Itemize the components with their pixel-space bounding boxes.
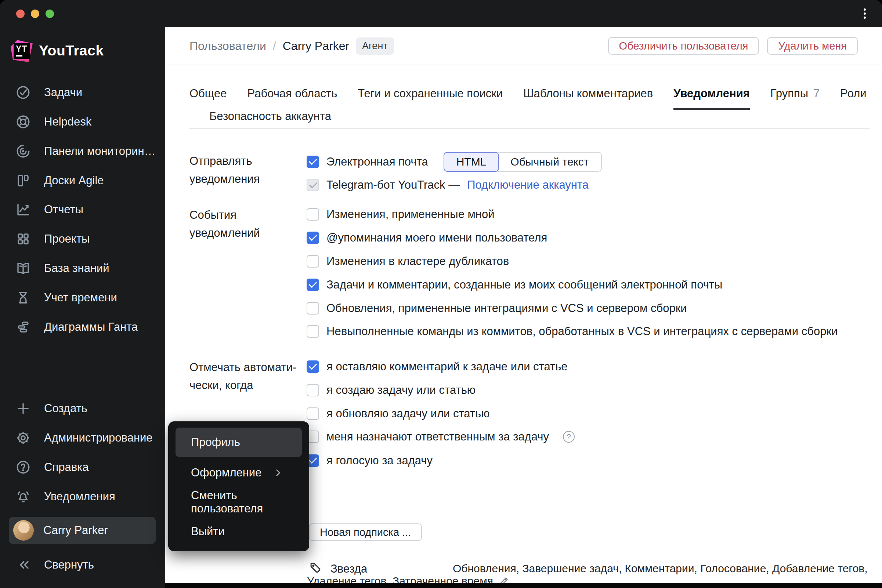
telegram-label: Telegram-бот YouTrack — <box>326 178 460 192</box>
sidebar-item-label: Уведомления <box>44 490 115 503</box>
profile-tabs: Общее Рабочая область Теги и сохраненные… <box>189 85 867 102</box>
sidebar-item-agile-boards[interactable]: Доски Agile <box>15 173 104 188</box>
user-menu-switch-user[interactable]: Сменить пользователя <box>176 488 302 517</box>
tab-workspace[interactable]: Рабочая область <box>248 85 337 102</box>
event-row: Изменения, примененные мной <box>307 208 494 221</box>
screen-cut-bar <box>165 583 882 588</box>
sidebar-item-help[interactable]: Справка <box>15 459 89 475</box>
auto-star-checkbox[interactable] <box>307 360 319 373</box>
question-circle-icon <box>15 459 31 475</box>
check-circle-icon <box>15 85 31 100</box>
window-titlebar <box>0 0 882 27</box>
chevron-right-icon <box>272 467 284 478</box>
user-menu-appearance[interactable]: Оформление <box>176 458 302 488</box>
line-chart-icon <box>15 202 31 217</box>
plus-icon <box>15 401 31 416</box>
format-plaintext-option[interactable]: Обычный текст <box>498 153 601 171</box>
user-menu-profile[interactable]: Профиль <box>176 428 302 457</box>
gantt-icon <box>15 320 31 335</box>
section-label-events: События уведомлений <box>189 206 260 242</box>
header-actions: Обезличить пользователя Удалить меня <box>608 37 858 55</box>
event-checkbox[interactable] <box>307 208 319 220</box>
auto-star-row: я создаю задачу или статью <box>307 384 476 397</box>
auto-star-row: я голосую за задачу <box>307 454 433 467</box>
event-checkbox[interactable] <box>307 325 319 338</box>
tab-comment-templates[interactable]: Шаблоны комментариев <box>523 85 653 102</box>
event-checkbox[interactable] <box>307 255 319 268</box>
tab-tags-searches[interactable]: Теги и сохраненные поиски <box>358 85 503 102</box>
logo-text: YT <box>16 44 27 54</box>
sidebar-item-label: Helpdesk <box>44 115 92 129</box>
sidebar-item-label: База знаний <box>44 262 110 275</box>
close-window-button[interactable] <box>16 9 25 18</box>
event-row: Невыполненные команды из коммитов, обраб… <box>307 325 838 338</box>
event-checkbox[interactable] <box>307 232 319 244</box>
sidebar-item-label: Доски Agile <box>44 174 104 187</box>
subscription-name[interactable]: Звезда <box>331 562 367 576</box>
sidebar-item-projects[interactable]: Проекты <box>15 231 90 247</box>
gear-icon <box>15 430 31 446</box>
page-header: Пользователи / Carry Parker Агент Обезли… <box>165 27 882 65</box>
page-title: Carry Parker <box>283 39 349 53</box>
breadcrumb: Пользователи / Carry Parker Агент <box>189 27 394 64</box>
sidebar-item-label: Справка <box>44 460 89 474</box>
lifebuoy-icon <box>15 114 31 130</box>
new-subscription-button[interactable]: Новая подписка ... <box>309 524 422 541</box>
tab-notifications[interactable]: Уведомления <box>673 85 750 102</box>
event-row: Изменения в кластере дубликатов <box>307 255 509 268</box>
tab-general[interactable]: Общее <box>189 85 227 102</box>
auto-star-checkbox[interactable] <box>307 384 319 396</box>
delete-me-button[interactable]: Удалить меня <box>767 37 858 55</box>
sidebar-item-dashboards[interactable]: Панели мониторин… <box>15 144 156 159</box>
tab-roles[interactable]: Роли <box>840 85 866 102</box>
subscription-events-line1: Обновления, Завершение задач, Комментари… <box>453 562 868 575</box>
youtrack-logo-icon: YT <box>10 40 33 62</box>
auto-star-row: я обновляю задачу или статью <box>307 407 490 420</box>
sidebar-item-create[interactable]: Создать <box>15 401 87 416</box>
breadcrumb-separator: / <box>273 39 276 53</box>
sidebar-item-time-tracking[interactable]: Учет времени <box>15 290 117 305</box>
event-checkbox[interactable] <box>307 302 319 315</box>
email-checkbox[interactable] <box>307 156 319 168</box>
sidebar-item-knowledge-base[interactable]: База знаний <box>15 261 110 276</box>
sidebar-item-label: Свернуть <box>44 558 94 572</box>
sidebar-item-reports[interactable]: Отчеты <box>15 202 83 217</box>
sidebar-user-profile[interactable]: Carry Parker <box>9 517 156 544</box>
sidebar-item-label: Администрирование <box>44 431 153 444</box>
telegram-connect-link[interactable]: Подключение аккаунта <box>467 178 589 192</box>
zoom-window-button[interactable] <box>45 9 54 18</box>
sidebar-item-notifications[interactable]: Уведомления <box>15 489 115 504</box>
sidebar-item-label: Проекты <box>44 232 90 246</box>
sidebar: YT YouTrack Задачи Helpdesk Панели монит… <box>0 0 165 588</box>
breadcrumb-users-link[interactable]: Пользователи <box>189 39 266 53</box>
anonymize-user-button[interactable]: Обезличить пользователя <box>608 37 759 55</box>
minimize-window-button[interactable] <box>31 9 39 18</box>
user-menu: Профиль Оформление Сменить пользователя … <box>168 422 309 551</box>
profile-tabs-row2: Безопасность аккаунта <box>209 108 331 125</box>
sidebar-item-label: Учет времени <box>44 291 117 304</box>
sidebar-item-tasks[interactable]: Задачи <box>15 85 82 100</box>
user-name: Carry Parker <box>43 524 108 537</box>
sidebar-item-helpdesk[interactable]: Helpdesk <box>15 114 92 130</box>
telegram-checkbox <box>307 179 319 191</box>
sidebar-item-administration[interactable]: Администрирование <box>15 430 153 446</box>
format-html-option[interactable]: HTML <box>443 152 499 172</box>
groups-count: 7 <box>813 87 820 100</box>
email-notification-row: Электронная почта HTML Обычный текст <box>307 152 602 172</box>
event-checkbox[interactable] <box>307 279 319 291</box>
app-title: YouTrack <box>39 43 104 59</box>
double-chevron-left-icon <box>15 557 31 573</box>
grid-icon <box>15 231 31 247</box>
sidebar-item-gantt[interactable]: Диаграммы Ганта <box>15 320 138 335</box>
help-icon[interactable]: ? <box>563 431 575 442</box>
bell-icon <box>15 489 31 504</box>
tab-groups[interactable]: Группы7 <box>770 85 820 102</box>
user-menu-logout[interactable]: Выйти <box>176 517 302 546</box>
agent-badge: Агент <box>356 38 394 55</box>
kebab-menu-icon[interactable] <box>858 8 871 20</box>
sidebar-collapse-button[interactable]: Свернуть <box>15 557 94 573</box>
sidebar-item-label: Создать <box>44 402 87 415</box>
tab-account-security[interactable]: Безопасность аккаунта <box>209 108 331 125</box>
email-label: Электронная почта <box>326 155 428 168</box>
auto-star-checkbox[interactable] <box>307 407 319 420</box>
